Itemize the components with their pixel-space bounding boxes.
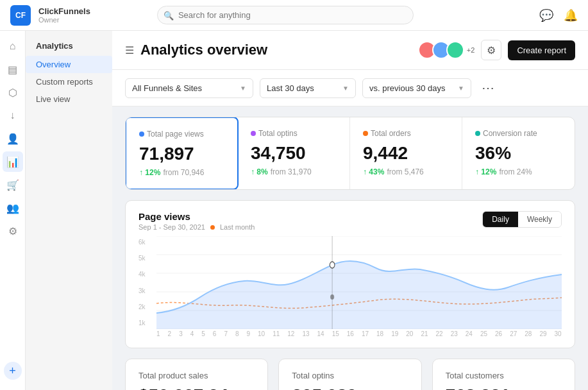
x-label: 11 (273, 330, 280, 337)
main-content: ☰ Analytics overview +2 ⚙ Create report … (112, 31, 588, 390)
toggle-weekly-button[interactable]: Weekly (518, 212, 561, 227)
x-label: 5 (201, 330, 205, 337)
x-label: 1 (156, 330, 160, 337)
menu-icon[interactable]: ☰ (125, 44, 134, 56)
period-filter[interactable]: Last 30 days ▼ (260, 78, 356, 98)
card-title-optins: Total optins (292, 371, 408, 380)
avatar-3 (446, 41, 464, 59)
chart-subtitle: Sep 1 - Sep 30, 2021 Last month (139, 223, 255, 231)
comparison-filter-label: vs. previous 30 days (369, 83, 446, 93)
rail-analytics-icon[interactable]: 📊 (3, 151, 23, 172)
chart-toggle: Daily Weekly (482, 211, 562, 228)
comparison-filter[interactable]: vs. previous 30 days ▼ (362, 78, 471, 98)
stat-dot-conversion (475, 131, 480, 136)
stat-value-pageviews: 71,897 (139, 144, 224, 164)
x-label: 23 (451, 330, 458, 337)
rail-home-icon[interactable]: ⌂ (3, 36, 23, 56)
message-icon[interactable]: 💬 (539, 8, 553, 22)
settings-button[interactable]: ⚙ (481, 40, 501, 60)
x-label: 27 (510, 330, 517, 337)
period-chevron-icon: ▼ (342, 85, 349, 92)
stat-dot-pageviews (139, 131, 144, 137)
rail-add-icon[interactable]: + (4, 362, 22, 380)
y-label-4k: 4k (139, 271, 151, 278)
sidebar-item-overview[interactable]: Overview (26, 56, 112, 73)
x-label: 3 (179, 330, 183, 337)
stat-card-optins: Total optins 34,750 ↑ 8% from 31,970 (238, 117, 350, 189)
rail-people-icon[interactable]: 👤 (3, 128, 23, 149)
x-label: 18 (376, 330, 383, 337)
bottom-card-customers: Total customers 768,221 ↑ 32% from $22,3… (432, 359, 575, 390)
rail-users-icon[interactable]: 👥 (3, 198, 23, 218)
app-name: ClickFunnels (38, 6, 90, 17)
stat-label-orders: Total orders (363, 129, 449, 138)
chart-title: Page views (139, 211, 255, 222)
x-label: 17 (362, 330, 369, 337)
card-value-optins: 395,089 (292, 386, 408, 390)
page-title: Analytics overview (140, 42, 267, 58)
card-title-customers: Total customers (446, 371, 562, 380)
funnel-filter-label: All Funnels & Sites (132, 83, 202, 93)
app-brand: ClickFunnels Owner (38, 6, 90, 24)
x-label: 2 (168, 330, 172, 337)
x-label: 30 (555, 330, 562, 337)
x-label: 9 (247, 330, 251, 337)
app-logo: CF (10, 5, 31, 26)
notification-icon[interactable]: 🔔 (564, 8, 578, 22)
rail-store-icon[interactable]: 🛒 (3, 174, 23, 195)
rail-page-icon[interactable]: ▤ (3, 59, 23, 80)
analytics-sidebar-title: Analytics (26, 38, 112, 56)
stat-change-optins: ↑ 8% from 31,970 (251, 167, 337, 176)
app-sub: Owner (38, 16, 90, 24)
chart-header-left: Page views Sep 1 - Sep 30, 2021 Last mon… (139, 211, 255, 231)
y-label-3k: 3k (139, 287, 151, 294)
funnel-chevron-icon: ▼ (240, 85, 246, 92)
x-label: 4 (190, 330, 194, 337)
card-value-customers: 768,221 (446, 386, 562, 390)
last-month-dot (210, 225, 215, 230)
create-report-button[interactable]: Create report (508, 40, 575, 60)
comparison-chevron-icon: ▼ (458, 85, 464, 92)
y-label-2k: 2k (139, 303, 151, 310)
x-label: 24 (466, 330, 473, 337)
stat-value-conversion: 36% (475, 143, 562, 164)
content-header: ☰ Analytics overview +2 ⚙ Create report (112, 31, 588, 70)
x-axis-labels: 1 2 3 4 5 6 7 8 9 10 11 12 13 (156, 329, 562, 337)
stat-dot-optins (251, 131, 256, 136)
x-label: 26 (495, 330, 502, 337)
analytics-sidebar: Analytics Overview Custom reports Live v… (26, 31, 112, 390)
y-label-1k: 1k (139, 319, 151, 326)
rail-funnel-icon[interactable]: ⬡ (3, 82, 23, 103)
stat-change-conversion: ↑ 12% from 24% (475, 167, 562, 176)
rail-settings-icon[interactable]: ⚙ (3, 221, 23, 241)
x-label: 6 (213, 330, 217, 337)
bottom-cards: Total product sales $50,667.24 ↑ 12% fro… (125, 359, 575, 390)
search-input[interactable] (157, 6, 414, 24)
more-options-button[interactable]: ⋯ (478, 78, 498, 98)
stat-value-optins: 34,750 (251, 143, 337, 164)
x-label: 7 (224, 330, 228, 337)
stat-dot-orders (363, 131, 368, 136)
avatar-count: +2 (467, 46, 475, 54)
x-label: 28 (525, 330, 532, 337)
svg-point-8 (330, 294, 334, 300)
x-label: 20 (406, 330, 413, 337)
sidebar-item-live-view[interactable]: Live view (26, 90, 112, 108)
chart-svg (156, 236, 562, 329)
x-label: 13 (302, 330, 309, 337)
stats-row: Total page views 71,897 ↑ 12% from 70,94… (125, 117, 575, 190)
search-container: 🔍 (157, 6, 414, 24)
funnel-filter[interactable]: All Funnels & Sites ▼ (125, 78, 253, 98)
toggle-daily-button[interactable]: Daily (483, 212, 518, 227)
stat-card-orders: Total orders 9,442 ↑ 43% from 5,476 (350, 117, 462, 189)
y-label-6k: 6k (139, 239, 151, 246)
stat-label-pageviews: Total page views (139, 130, 224, 139)
sidebar-item-custom-reports[interactable]: Custom reports (26, 73, 112, 90)
filters-row: All Funnels & Sites ▼ Last 30 days ▼ vs.… (112, 70, 588, 106)
logo-text: CF (15, 11, 26, 20)
x-label: 22 (436, 330, 443, 337)
rail-download-icon[interactable]: ↓ (3, 105, 23, 126)
x-label: 21 (421, 330, 428, 337)
icon-rail: ⌂ ▤ ⬡ ↓ 👤 📊 🛒 👥 ⚙ + (0, 31, 26, 390)
x-label: 14 (317, 330, 324, 337)
